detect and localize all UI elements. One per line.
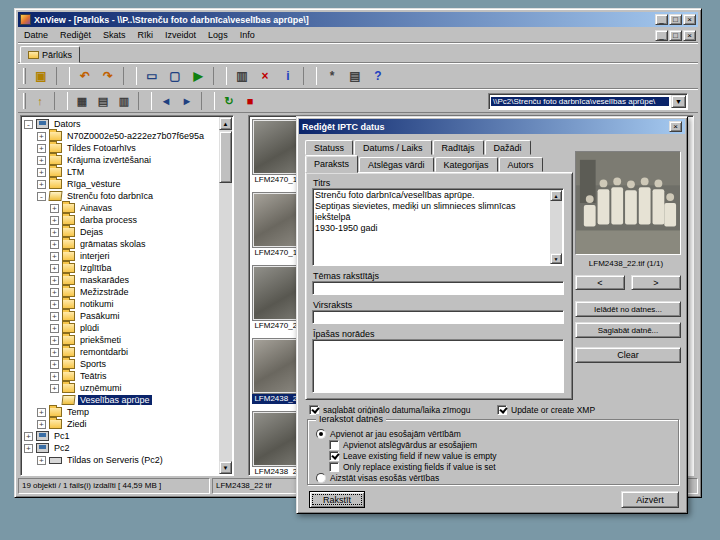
- iptc-tab[interactable]: Radītājs: [433, 140, 484, 155]
- tree-expander-icon[interactable]: +: [37, 132, 46, 141]
- tree-expander-icon[interactable]: +: [50, 252, 59, 261]
- special-instructions-textarea[interactable]: [312, 339, 564, 393]
- tree-item[interactable]: + notikumi: [22, 298, 219, 310]
- tree-item[interactable]: + maskarādes: [22, 274, 219, 286]
- tree-expander-icon[interactable]: +: [50, 324, 59, 333]
- menu-item[interactable]: Rīki: [132, 28, 160, 42]
- caption-writer-input[interactable]: [312, 281, 564, 295]
- tree-expander-icon[interactable]: +: [50, 348, 59, 357]
- dialog-close-icon[interactable]: ×: [669, 121, 682, 132]
- mdi-minimize-button[interactable]: _: [655, 30, 668, 41]
- address-combo[interactable]: \\Pc2\Strenču foto darbnīca\veselības ap…: [488, 93, 688, 110]
- menu-item[interactable]: Datne: [18, 28, 54, 42]
- scroll-up-icon[interactable]: ▲: [550, 190, 562, 201]
- tree-expander-icon[interactable]: +: [50, 300, 59, 309]
- tree-item[interactable]: + darba process: [22, 214, 219, 226]
- tree-expander-icon[interactable]: +: [50, 336, 59, 345]
- delete-button[interactable]: ×: [254, 66, 276, 86]
- iptc-tab[interactable]: Autors: [499, 157, 543, 172]
- tree-item[interactable]: + Rīga_vēsture: [22, 178, 219, 190]
- tree-item[interactable]: + priekšmeti: [22, 334, 219, 346]
- tree-expander-icon[interactable]: +: [50, 288, 59, 297]
- scroll-up-icon[interactable]: ▲: [219, 117, 232, 130]
- copy-button[interactable]: ▥: [231, 66, 253, 86]
- option-control-icon[interactable]: [329, 462, 339, 472]
- tree-expander-icon[interactable]: +: [50, 312, 59, 321]
- tree-item[interactable]: - Strenču foto darbnīca: [22, 190, 219, 202]
- tree-expander-icon[interactable]: +: [50, 276, 59, 285]
- tab-browser[interactable]: Pārlūks: [20, 46, 80, 63]
- mdi-restore-button[interactable]: □: [669, 30, 682, 41]
- iptc-tab[interactable]: Statuss: [305, 140, 353, 155]
- iptc-tab[interactable]: Atslēgas vārdi: [359, 157, 434, 172]
- write-option[interactable]: Aizstāt visas esošās vērtības: [314, 472, 678, 483]
- tree-expander-icon[interactable]: +: [50, 360, 59, 369]
- folder-up-button[interactable]: ↑: [30, 92, 50, 110]
- tree-item[interactable]: + Pc1: [22, 430, 219, 442]
- tree-expander-icon[interactable]: +: [50, 228, 59, 237]
- write-option[interactable]: Only replace existing fields if value is…: [314, 461, 678, 472]
- address-combo-dropdown-button[interactable]: ▼: [671, 95, 686, 108]
- rotate-left-button[interactable]: ↶: [74, 66, 96, 86]
- tree-expander-icon[interactable]: +: [37, 144, 46, 153]
- caption-textarea[interactable]: Strenču foto darbnīca/veselības aprūpe. …: [312, 188, 564, 266]
- option-control-icon[interactable]: [329, 451, 339, 461]
- option-control-icon[interactable]: [316, 429, 326, 439]
- tree-expander-icon[interactable]: +: [50, 372, 59, 381]
- option-control-icon[interactable]: [316, 473, 326, 483]
- toolbar-grip[interactable]: [23, 93, 26, 109]
- menu-item[interactable]: Izveidot: [159, 28, 202, 42]
- mdi-close-button[interactable]: ×: [683, 30, 696, 41]
- iptc-tab[interactable]: Paraksts: [305, 155, 358, 173]
- tree-expander-icon[interactable]: -: [37, 192, 46, 201]
- tree-expander-icon[interactable]: +: [37, 408, 46, 417]
- menu-item[interactable]: Rediģēt: [54, 28, 97, 42]
- print-button[interactable]: ▤: [344, 66, 366, 86]
- write-option[interactable]: Apvienot atslēgvārdus ar esošajiem: [314, 439, 678, 450]
- tree-expander-icon[interactable]: +: [37, 180, 46, 189]
- tree-item[interactable]: + Dejas: [22, 226, 219, 238]
- clear-button[interactable]: Clear: [575, 347, 681, 363]
- tree-expander-icon[interactable]: +: [37, 156, 46, 165]
- load-from-file-button[interactable]: Ielādēt no datnes...: [575, 301, 681, 317]
- checkbox-checked-icon[interactable]: [497, 405, 507, 415]
- settings-button[interactable]: *: [321, 66, 343, 86]
- tree-expander-icon[interactable]: +: [37, 456, 46, 465]
- browse-button[interactable]: ▣: [30, 66, 52, 86]
- menu-item[interactable]: Info: [234, 28, 261, 42]
- stop-button[interactable]: ■: [240, 92, 260, 110]
- headline-input[interactable]: [312, 310, 564, 324]
- previous-image-button[interactable]: <: [575, 275, 625, 290]
- tree-expander-icon[interactable]: -: [24, 120, 33, 129]
- tree-expander-icon[interactable]: +: [50, 216, 59, 225]
- tree-item[interactable]: + Ainavas: [22, 202, 219, 214]
- minimize-button[interactable]: _: [655, 14, 668, 25]
- iptc-tab[interactable]: Kategorijas: [435, 157, 498, 172]
- properties-button[interactable]: i: [277, 66, 299, 86]
- tree-item[interactable]: + Tildas on Serveris (Pc2): [22, 454, 219, 466]
- tree-item[interactable]: + plūdi: [22, 322, 219, 334]
- tree-item[interactable]: + grāmatas skolas: [22, 238, 219, 250]
- save-to-file-button[interactable]: Saglabāt datnē...: [575, 322, 681, 338]
- back-button[interactable]: ◄: [156, 92, 176, 110]
- tree-expander-icon[interactable]: +: [24, 444, 33, 453]
- view-thumbnails-button[interactable]: ▦: [72, 92, 92, 110]
- option-control-icon[interactable]: [329, 440, 339, 450]
- tree-expander-icon[interactable]: +: [24, 432, 33, 441]
- write-option[interactable]: Apvienot ar jau esošajām vērtībām: [314, 428, 678, 439]
- tree-expander-icon[interactable]: +: [37, 420, 46, 429]
- menu-item[interactable]: Skats: [97, 28, 132, 42]
- tree-item[interactable]: + Pc2: [22, 442, 219, 454]
- write-button[interactable]: Rakstīt: [309, 491, 365, 508]
- write-option[interactable]: Leave existing field if new value is emp…: [314, 450, 678, 461]
- iptc-tab[interactable]: Dažādi: [485, 140, 531, 155]
- toolbar-grip[interactable]: [23, 68, 26, 84]
- view-list-button[interactable]: ▤: [93, 92, 113, 110]
- fullscreen-button[interactable]: ▢: [164, 66, 186, 86]
- maximize-button[interactable]: □: [669, 14, 682, 25]
- titlebar[interactable]: XnView - [Pārlūks - \\P..\Strenču foto d…: [18, 12, 698, 27]
- iptc-tab[interactable]: Datums / Laiks: [354, 140, 432, 155]
- tree-scrollbar[interactable]: ▲ ▼: [219, 117, 232, 474]
- dialog-titlebar[interactable]: Rediģēt IPTC datus ×: [299, 119, 685, 134]
- tree-item[interactable]: + Teātris: [22, 370, 219, 382]
